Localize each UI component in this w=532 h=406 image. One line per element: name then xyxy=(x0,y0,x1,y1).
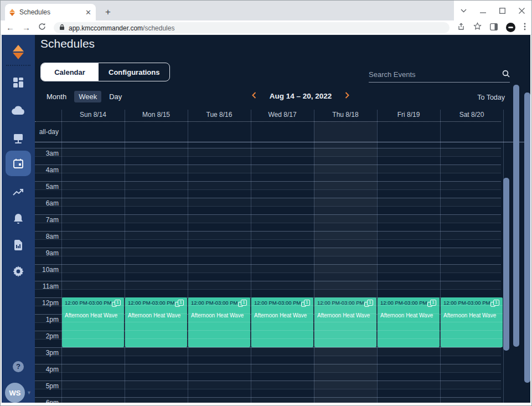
sidebar-divider xyxy=(6,65,30,66)
to-today-button[interactable]: To Today xyxy=(477,94,505,101)
chevron-left-icon[interactable] xyxy=(252,91,256,101)
half-hour-row[interactable] xyxy=(35,364,501,373)
bookmark-star-icon[interactable] xyxy=(473,22,482,33)
window-minimize-icon[interactable] xyxy=(480,8,486,14)
search-events-field[interactable] xyxy=(369,67,510,83)
hour-label: 3am xyxy=(35,150,59,157)
half-hour-row[interactable] xyxy=(35,248,501,256)
copy-front-square: 1 xyxy=(178,300,184,306)
time-grid[interactable]: 3am4am5am6am7am8am9am10am11am12pm1pm2pm3… xyxy=(35,142,530,403)
view-mode-tabs: Calendar Configurations xyxy=(40,63,170,81)
copy-count-icon: 1 xyxy=(112,300,121,307)
sidebar-item-cloud[interactable] xyxy=(2,100,35,120)
side-panel-icon[interactable] xyxy=(490,23,498,33)
hour-row-9am[interactable] xyxy=(35,248,501,264)
half-hour-row[interactable] xyxy=(35,398,501,403)
half-hour-row[interactable] xyxy=(35,381,501,389)
hour-row-3am[interactable] xyxy=(35,148,501,165)
half-hour-row[interactable] xyxy=(35,232,501,240)
hour-label: 7am xyxy=(35,216,59,224)
back-icon[interactable]: ← xyxy=(6,23,14,32)
copy-count-icon: 1 xyxy=(175,300,184,307)
search-input[interactable] xyxy=(369,70,502,79)
half-hour-row[interactable] xyxy=(35,182,501,190)
browser-toolbar: ← → app.kmccommander.com/schedules xyxy=(1,20,531,35)
hour-label: 10am xyxy=(35,266,59,274)
sidebar-user-menu[interactable]: WS ▼ xyxy=(5,383,32,403)
sidebar-help-button[interactable]: ? xyxy=(2,357,35,377)
search-icon[interactable] xyxy=(502,70,510,80)
half-hour-row[interactable] xyxy=(35,265,501,273)
half-hour-row[interactable] xyxy=(35,148,501,157)
main-content: Schedules Calendar Configurations Month … xyxy=(35,35,530,403)
half-hour-row[interactable] xyxy=(35,281,501,290)
trend-icon xyxy=(13,188,24,196)
hour-label: 5am xyxy=(35,183,59,191)
sidebar-item-settings[interactable] xyxy=(2,261,35,281)
dashboard-icon xyxy=(13,77,24,88)
panel-scrollbar-thumb[interactable] xyxy=(513,85,519,347)
event-afternoon-heat-wave[interactable]: 12:00 PM-03:00 PM1Afternoon Heat Wave xyxy=(125,297,187,347)
hour-row-5am[interactable] xyxy=(35,181,501,198)
hour-row-5pm[interactable] xyxy=(35,381,501,397)
hour-row-4pm[interactable] xyxy=(35,364,501,381)
sidebar-item-reports[interactable] xyxy=(2,235,35,255)
browser-tab[interactable]: Schedules ✕ xyxy=(5,4,96,20)
hour-row-6am[interactable] xyxy=(35,198,501,214)
sidebar-item-devices[interactable] xyxy=(2,129,35,148)
half-hour-row[interactable] xyxy=(35,348,501,356)
help-icon: ? xyxy=(13,361,24,372)
kmc-logo-icon[interactable] xyxy=(2,42,35,62)
refresh-icon[interactable] xyxy=(38,23,46,33)
menu-dots-icon[interactable] xyxy=(524,23,526,33)
half-hour-row[interactable] xyxy=(35,165,501,173)
sidebar-item-trends[interactable] xyxy=(2,182,35,202)
view-week-button[interactable]: Week xyxy=(74,91,101,102)
new-tab-button[interactable]: + xyxy=(101,6,115,19)
window-close-icon[interactable] xyxy=(519,8,525,14)
sidebar-item-schedules[interactable] xyxy=(2,153,35,173)
hour-row-7am[interactable] xyxy=(35,214,501,231)
event-header: 12:00 PM-03:00 PM1 xyxy=(191,300,247,307)
window-maximize-icon[interactable] xyxy=(499,8,505,14)
event-title: Afternoon Heat Wave xyxy=(254,312,311,318)
tab-configurations[interactable]: Configurations xyxy=(99,63,169,81)
hour-label: 6pm xyxy=(35,399,59,403)
copy-front-square: 1 xyxy=(430,300,436,306)
sidebar-item-notifications[interactable] xyxy=(2,209,35,229)
hour-row-6pm[interactable] xyxy=(35,397,501,403)
window-dropdown-icon[interactable] xyxy=(461,9,467,13)
event-afternoon-heat-wave[interactable]: 12:00 PM-03:00 PM1Afternoon Heat Wave xyxy=(188,297,250,347)
sidebar-item-dashboard[interactable] xyxy=(2,73,35,92)
view-month-button[interactable]: Month xyxy=(42,91,71,102)
forward-icon[interactable]: → xyxy=(22,23,30,32)
profile-avatar[interactable] xyxy=(506,23,515,32)
view-day-button[interactable]: Day xyxy=(105,91,126,102)
day-header-7: Sat 8/20 xyxy=(440,110,503,121)
week-calendar: Sun 8/14Mon 8/15Tue 8/16Wed 8/17Thu 8/18… xyxy=(35,110,530,403)
half-hour-row[interactable] xyxy=(35,215,501,223)
hour-row-10am[interactable] xyxy=(35,264,501,281)
page-scrollbar-thumb[interactable] xyxy=(524,92,530,383)
url-bar[interactable]: app.kmccommander.com/schedules xyxy=(54,22,450,33)
hour-row-4am[interactable] xyxy=(35,165,501,181)
chevron-right-icon[interactable] xyxy=(345,91,349,101)
hour-row-11am[interactable] xyxy=(35,281,501,297)
event-afternoon-heat-wave[interactable]: 12:00 PM-03:00 PM1Afternoon Heat Wave xyxy=(441,297,503,347)
day-header-2: Mon 8/15 xyxy=(125,110,188,121)
event-title: Afternoon Heat Wave xyxy=(191,312,247,318)
chevron-down-icon: ▼ xyxy=(27,390,32,395)
half-hour-row[interactable] xyxy=(35,198,501,207)
devices-icon xyxy=(13,133,24,144)
grid-scrollbar-thumb[interactable] xyxy=(503,178,509,351)
event-afternoon-heat-wave[interactable]: 12:00 PM-03:00 PM1Afternoon Heat Wave xyxy=(62,297,124,347)
hour-row-3pm[interactable] xyxy=(35,347,501,364)
event-afternoon-heat-wave[interactable]: 12:00 PM-03:00 PM1Afternoon Heat Wave xyxy=(378,297,440,347)
share-icon[interactable] xyxy=(457,23,465,33)
event-afternoon-heat-wave[interactable]: 12:00 PM-03:00 PM1Afternoon Heat Wave xyxy=(251,297,313,347)
hour-row-8am[interactable] xyxy=(35,231,501,248)
tab-close-icon[interactable]: ✕ xyxy=(85,8,91,17)
tab-calendar[interactable]: Calendar xyxy=(41,63,99,81)
event-time-label: 12:00 PM-03:00 PM xyxy=(443,300,490,306)
hour-label: 12pm xyxy=(35,299,59,307)
